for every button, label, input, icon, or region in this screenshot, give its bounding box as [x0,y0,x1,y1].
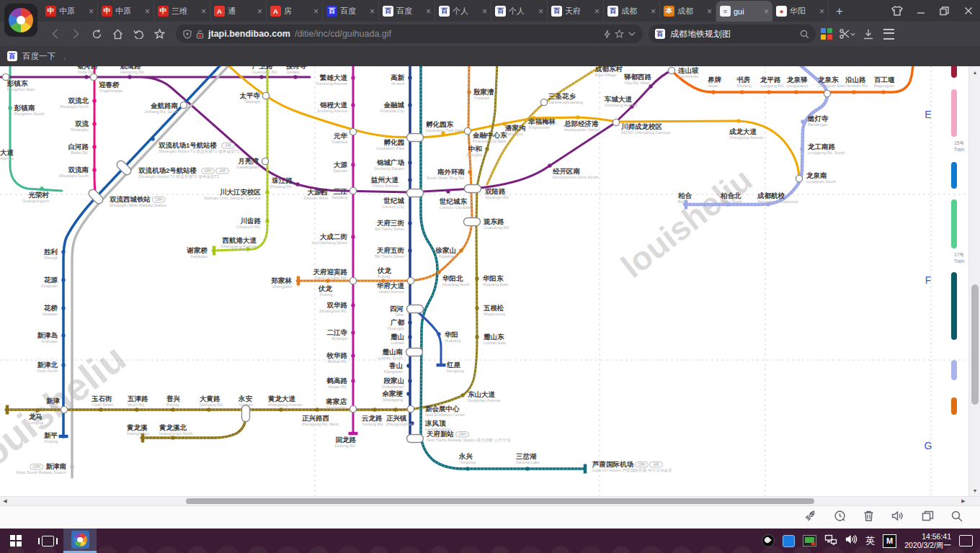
minimize-button[interactable] [909,0,932,22]
ime-indicator[interactable]: 英 [865,534,875,547]
tab-close-icon[interactable]: × [538,7,543,16]
station-interchange-marker [540,99,547,105]
boost-button[interactable] [804,510,816,525]
browser-tab[interactable]: 百百度× [379,1,435,22]
tab-close-icon[interactable]: × [201,7,206,16]
tab-close-icon[interactable]: × [370,7,375,16]
browser-tab[interactable]: 百天府× [548,1,604,22]
station-sublabel: Shuanghua Rd. [319,309,347,313]
mute-button[interactable] [891,511,904,524]
tab-close-icon[interactable]: × [257,7,262,16]
m-tray-badge[interactable]: M [883,534,896,548]
refresh-button[interactable] [86,24,107,44]
browser-tab[interactable]: 百个人× [491,1,548,22]
search-icon[interactable] [800,30,809,39]
restore-session-button[interactable] [128,24,149,44]
search-input-value[interactable]: 成都地铁规划图 [670,28,795,40]
speaker-icon [891,511,904,521]
action-center-icon[interactable] [959,535,973,547]
history-button[interactable] [834,510,846,525]
tab-close-icon[interactable]: × [145,7,150,16]
station-sublabel: Century City [382,204,404,209]
magnifier-icon [951,511,963,522]
split-screen-button[interactable] [922,511,934,524]
station-marker [381,279,385,282]
task-view-button[interactable] [32,529,63,553]
network-tray-icon[interactable] [824,534,837,548]
station-badge-text: AIR [220,169,226,173]
start-button[interactable] [0,529,32,553]
station-label: 徐家山 [435,246,457,254]
downloads-button[interactable] [858,24,878,44]
horizontal-scrollbar[interactable]: ◀ ▶ [0,496,980,505]
station-label: 段家山 [383,377,405,385]
screen-share-tray-icon[interactable] [803,535,816,547]
tab-close-icon[interactable]: × [89,7,94,16]
taskbar-browser-button[interactable] [63,529,97,553]
station-marker [468,170,471,174]
favorite-button[interactable] [149,24,170,44]
vertical-scrollbar[interactable]: ▲ ▼ [968,66,980,496]
tab-close-icon[interactable]: × [594,7,600,16]
station-sublabel: Shengli [44,256,58,260]
browser-logo[interactable] [4,4,37,37]
close-button[interactable] [956,0,980,22]
scroll-up-arrow[interactable]: ▲ [969,66,980,78]
page-zoom-button[interactable] [951,511,963,525]
shield-icon [183,30,192,39]
browser-tab[interactable]: 中中原× [98,1,154,22]
browser-tab[interactable]: A房× [267,1,323,22]
back-button[interactable] [45,24,66,44]
blue-app-tray-icon[interactable] [783,535,795,547]
browser-tab[interactable]: 百百度× [323,1,379,22]
tab-close-icon[interactable]: × [651,7,656,16]
new-tab-button[interactable]: + [829,1,850,22]
browser-tab[interactable]: 本成都× [660,1,716,22]
flash-icon[interactable] [604,30,610,39]
station-label: 胜利 [43,248,58,256]
browser-tab[interactable]: ≡gui× [716,1,772,22]
station-label: 殷家漕 [473,88,494,96]
metro-line-bluebr [416,310,441,365]
bookmark-item[interactable]: 百度一下 [22,51,55,62]
apps-grid-button[interactable] [816,24,837,44]
scroll-right-arrow[interactable]: ▶ [958,497,968,505]
browser-tab[interactable]: ●华阳× [772,1,829,22]
tab-close-icon[interactable]: × [707,7,712,16]
browser-tab[interactable]: 百成都× [604,1,660,22]
forward-button[interactable] [66,24,86,44]
bookmark-star-icon[interactable] [615,30,624,38]
tab-close-icon[interactable]: × [819,7,824,16]
screenshot-button[interactable] [837,24,858,44]
chevron-down-icon[interactable] [628,32,636,36]
taskbar-clock[interactable]: 14:56:412020/3/2/周一 [904,532,951,549]
browser-tab[interactable]: A通× [210,1,267,22]
station-sublabel: Hangying Rd. [120,70,145,74]
browser-tab[interactable]: 中三维× [154,1,210,22]
station-sublabel: Hi-tech [391,81,404,86]
menu-button[interactable] [878,24,899,44]
tab-close-icon[interactable]: × [426,7,431,16]
browser-tab[interactable]: 百个人× [435,1,491,22]
scroll-left-arrow[interactable]: ◀ [0,497,10,505]
horizontal-scroll-thumb[interactable] [186,498,814,504]
tab-close-icon[interactable]: × [313,7,318,16]
tab-close-icon[interactable]: × [482,7,487,16]
home-button[interactable] [107,24,128,44]
skin-theme-button[interactable] [885,0,909,22]
station-interchange-marker [349,128,356,135]
legend-label: 15号 [954,140,964,145]
metro-map: EFGlouisheliulouisheliu彭镇南Pengzhen South… [0,66,968,496]
scroll-down-arrow[interactable]: ▼ [969,485,980,496]
restore-button[interactable] [932,0,956,22]
browser-tab[interactable]: 中中原× [42,1,98,22]
address-bar[interactable]: jtapi.bendibao.com/ditie/inc/cd/guihuada… [176,24,643,43]
volume-tray-icon[interactable] [845,534,858,547]
vertical-scroll-thumb[interactable] [971,284,979,405]
tab-title: 成都 [621,6,648,17]
station-label: 花源 [43,276,58,284]
satellite-tray-icon[interactable] [762,534,775,547]
tab-close-icon[interactable]: × [764,7,769,16]
search-box[interactable]: 百 成都地铁规划图 [649,24,816,43]
clear-trace-button[interactable] [863,510,874,525]
